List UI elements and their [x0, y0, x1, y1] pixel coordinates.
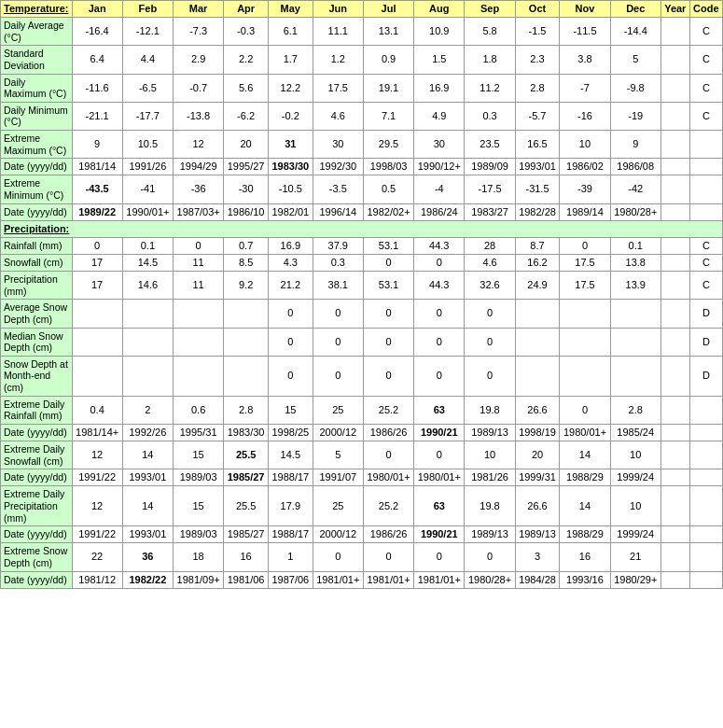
data-cell [660, 102, 689, 130]
data-cell: 29.5 [363, 130, 413, 158]
data-cell: 21 [610, 543, 660, 571]
data-cell [689, 543, 722, 571]
data-cell: 6.1 [268, 18, 313, 46]
data-cell: 1988/29 [560, 469, 610, 486]
data-cell: 15 [268, 396, 313, 424]
data-cell: 2 [122, 396, 173, 424]
data-cell: 25 [313, 486, 363, 526]
data-cell [689, 526, 722, 543]
data-cell: 1999/24 [610, 526, 660, 543]
data-cell: -0.2 [268, 102, 313, 130]
data-cell [660, 300, 689, 328]
data-cell [610, 356, 660, 396]
data-cell: C [689, 74, 722, 102]
data-cell: 26.6 [515, 396, 560, 424]
data-cell: 0 [313, 328, 363, 356]
data-cell [660, 571, 689, 588]
row-label: Extreme Minimum (°C) [1, 175, 73, 203]
data-cell [560, 300, 610, 328]
data-cell: 1981/26 [465, 469, 515, 486]
data-cell: 0.3 [465, 102, 515, 130]
data-cell [660, 356, 689, 396]
data-cell: -21.1 [72, 102, 122, 130]
data-cell [689, 175, 722, 203]
data-cell: 13.8 [610, 255, 660, 272]
row-label: Extreme Maximum (°C) [1, 130, 73, 158]
data-cell: 10.5 [122, 130, 173, 158]
data-cell: -14.4 [610, 18, 660, 46]
data-cell [689, 571, 722, 588]
data-cell: 0 [465, 356, 515, 396]
data-cell: -43.5 [72, 175, 122, 203]
data-cell: C [689, 272, 722, 300]
data-cell: 0 [414, 328, 465, 356]
col-mar: Mar [174, 1, 224, 18]
row-label: Precipitation (mm) [1, 272, 73, 300]
data-cell: 1991/26 [122, 159, 173, 175]
data-cell: 20 [515, 441, 560, 469]
data-cell [689, 396, 722, 424]
data-cell: 17 [72, 272, 122, 300]
data-cell: 5.6 [224, 74, 269, 102]
data-cell: 1985/27 [224, 526, 269, 543]
data-cell: 14 [122, 441, 173, 469]
data-cell: -0.3 [224, 18, 269, 46]
data-cell: 0 [363, 356, 413, 396]
data-cell: 30 [313, 130, 363, 158]
data-cell: 14.5 [268, 441, 313, 469]
data-cell: 25.5 [224, 486, 269, 526]
data-cell: 15 [174, 486, 224, 526]
data-cell: 1989/22 [72, 203, 122, 220]
col-apr: Apr [224, 1, 269, 18]
data-cell: 0 [72, 237, 122, 254]
data-cell: 0.3 [313, 255, 363, 272]
data-cell: 0 [465, 328, 515, 356]
data-cell: 1987/06 [268, 571, 313, 588]
data-cell: 0 [268, 328, 313, 356]
data-cell: D [689, 300, 722, 328]
data-cell: 0 [465, 300, 515, 328]
row-label: Extreme Snow Depth (cm) [1, 543, 73, 571]
data-cell: 0 [313, 543, 363, 571]
data-cell: 17.5 [560, 255, 610, 272]
data-cell: C [689, 255, 722, 272]
data-cell: 0.9 [363, 46, 413, 74]
section-header-precipitation: Precipitation: [1, 220, 723, 237]
data-cell: 1983/30 [224, 424, 269, 441]
data-cell: 1981/06 [224, 571, 269, 588]
data-cell [660, 469, 689, 486]
row-label: Daily Minimum (°C) [1, 102, 73, 130]
data-cell: 1993/01 [122, 469, 173, 486]
data-cell: 12 [72, 441, 122, 469]
data-cell: 0.7 [224, 237, 269, 254]
row-label: Date (yyyy/dd) [1, 526, 73, 543]
data-cell: -16.4 [72, 18, 122, 46]
row-label: Extreme Daily Rainfall (mm) [1, 396, 73, 424]
data-cell: -41 [122, 175, 173, 203]
data-cell [560, 328, 610, 356]
data-cell [689, 130, 722, 158]
data-cell: 2.9 [174, 46, 224, 74]
data-cell: D [689, 356, 722, 396]
col-dec: Dec [610, 1, 660, 18]
climate-data-table: Temperature: Jan Feb Mar Apr May Jun Jul… [0, 0, 723, 589]
data-cell: 11.2 [465, 74, 515, 102]
row-label: Daily Average (°C) [1, 18, 73, 46]
data-cell: 1989/13 [515, 526, 560, 543]
data-cell: 2.3 [515, 46, 560, 74]
data-cell: -9.8 [610, 74, 660, 102]
data-cell: 17.5 [313, 74, 363, 102]
data-cell: 0 [313, 300, 363, 328]
data-cell: 0 [174, 237, 224, 254]
data-cell [72, 356, 122, 396]
col-jan: Jan [72, 1, 122, 18]
data-cell: 63 [414, 486, 465, 526]
data-cell: 1980/01+ [363, 469, 413, 486]
data-cell: 44.3 [414, 272, 465, 300]
data-cell [224, 356, 269, 396]
data-cell: 1.8 [465, 46, 515, 74]
data-cell: 0 [363, 328, 413, 356]
data-cell: 1984/28 [515, 571, 560, 588]
data-cell: 0 [414, 356, 465, 396]
data-cell: 1982/28 [515, 203, 560, 220]
